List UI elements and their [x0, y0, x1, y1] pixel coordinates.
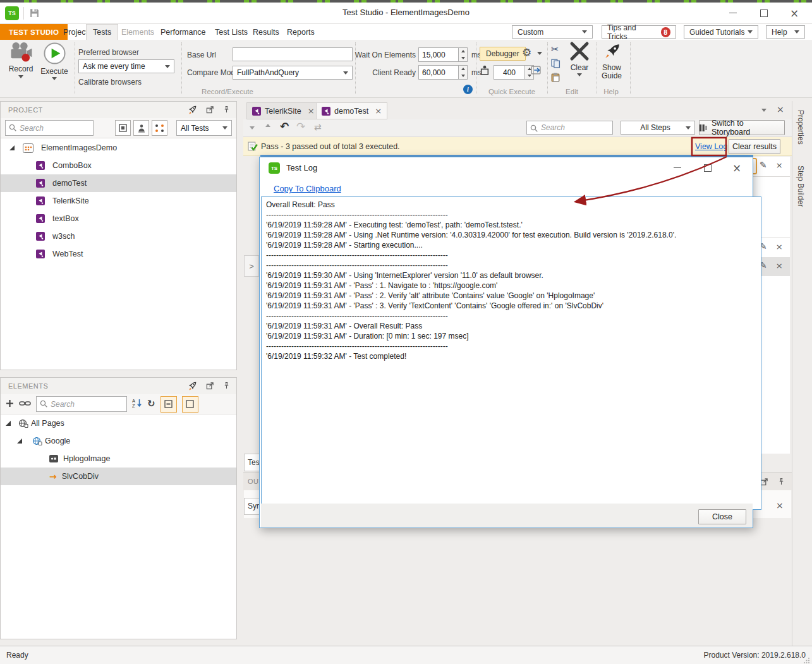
dock-tab-properties[interactable]: Properties	[796, 104, 805, 150]
pin-icon[interactable]	[778, 478, 785, 487]
panel-menu-icon[interactable]	[761, 109, 767, 112]
compact-view-toggle[interactable]	[161, 396, 177, 413]
project-filter-dropdown[interactable]: All Tests	[176, 120, 232, 136]
clear-button[interactable]: Clear	[565, 41, 594, 76]
close-tab-icon[interactable]: ×	[308, 106, 315, 116]
view-log-link[interactable]: View Log	[695, 142, 727, 151]
resize-grip[interactable]	[804, 657, 810, 663]
empty-view-toggle[interactable]	[182, 396, 198, 413]
delete-step-icon[interactable]: ×	[776, 161, 783, 169]
edit-step-icon[interactable]: ✎	[760, 160, 767, 169]
copy-icon[interactable]	[551, 59, 561, 70]
clear-results-button[interactable]: Clear results	[729, 139, 780, 154]
pin-icon[interactable]	[223, 106, 230, 115]
cut-icon[interactable]: ✂	[551, 45, 559, 54]
delete-step-icon[interactable]: ×	[776, 262, 783, 270]
maximize-button[interactable]	[753, 5, 775, 21]
compare-mode-dropdown[interactable]: FullPathAndQuery	[233, 66, 353, 80]
collapse-all-button[interactable]	[115, 120, 131, 136]
execute-button[interactable]: Execute	[38, 42, 71, 80]
wait-on-elements-value[interactable]: 15,000	[418, 47, 459, 62]
tree-item-hplogoimage[interactable]: HplogoImage	[1, 450, 236, 468]
info-icon[interactable]: i	[463, 85, 473, 94]
guided-tutorials-dropdown[interactable]: Guided Tutorials	[684, 25, 758, 39]
move-down-icon[interactable]	[250, 126, 255, 130]
doc-tab-teleriksite[interactable]: TelerikSite ×	[246, 102, 320, 119]
popout-icon[interactable]	[206, 382, 214, 391]
move-up-icon[interactable]	[265, 124, 270, 127]
tree-item-test[interactable]: TelerikSite	[1, 192, 236, 210]
spinner-buttons[interactable]	[459, 65, 468, 80]
tab-results[interactable]: Results	[246, 24, 286, 40]
pin-icon[interactable]	[223, 382, 230, 391]
project-search[interactable]	[5, 120, 94, 136]
expander-icon[interactable]	[17, 438, 22, 444]
wait-on-elements-stepper[interactable]: 15,000 ms	[418, 47, 482, 62]
sort-az-button[interactable]: AZ	[132, 398, 142, 410]
quick-execute-stepper[interactable]: 400	[494, 65, 534, 80]
client-ready-stepper[interactable]: 60,000 ms	[418, 65, 482, 80]
group-by-button[interactable]	[152, 120, 167, 136]
calibrate-browsers-link[interactable]: Calibrate browsers	[78, 78, 142, 87]
expander-icon[interactable]	[6, 421, 11, 426]
elements-search-input[interactable]	[37, 397, 126, 411]
quick-execute-value[interactable]: 400	[494, 65, 525, 80]
paste-icon[interactable]	[551, 73, 560, 84]
tree-item-google-page[interactable]: Google	[1, 432, 236, 450]
close-output-icon[interactable]: ×	[776, 501, 784, 510]
dialog-minimize-button[interactable]	[667, 160, 688, 176]
output-tab-partial[interactable]: Syn	[244, 498, 261, 515]
tips-and-tricks-button[interactable]: Tips and Tricks 8	[602, 25, 676, 39]
custom-profile-dropdown[interactable]: Custom	[512, 25, 593, 39]
close-button[interactable]: ×	[784, 5, 805, 21]
steps-search[interactable]	[526, 121, 613, 135]
close-tab-icon[interactable]: ×	[375, 106, 382, 116]
steps-filter-dropdown[interactable]: All Steps	[621, 121, 695, 135]
dialog-close-button[interactable]: ×	[726, 160, 748, 176]
expander-icon[interactable]	[9, 145, 15, 150]
rocket-icon[interactable]	[188, 105, 197, 116]
dialog-maximize-button[interactable]	[697, 160, 718, 176]
tree-item-test-selected[interactable]: demoTest	[1, 174, 236, 192]
tree-item-project-root[interactable]: ElementImagesDemo	[1, 139, 236, 157]
record-button[interactable]: Record	[6, 42, 35, 78]
run-in-browser-icon[interactable]	[531, 66, 542, 76]
browser-instances-icon[interactable]	[480, 65, 489, 77]
chevron-down-icon[interactable]	[537, 52, 542, 55]
show-guide-button[interactable]: Show Guide	[598, 41, 626, 80]
bottom-tab-partial[interactable]: Test	[244, 454, 260, 471]
copy-to-clipboard-link[interactable]: Copy To Clipboard	[274, 184, 341, 193]
switch-to-storyboard-button[interactable]: Switch to Storyboard	[699, 120, 785, 135]
expand-sidebar-button[interactable]: >	[244, 255, 259, 277]
tree-item-test[interactable]: WebTest	[1, 245, 236, 263]
tab-tests[interactable]: Tests	[86, 24, 118, 40]
steps-search-input[interactable]	[527, 121, 612, 134]
client-ready-value[interactable]: 60,000	[418, 65, 459, 80]
gear-icon[interactable]: ⚙	[522, 47, 531, 58]
tab-performance[interactable]: Performance	[154, 24, 212, 40]
spinner-buttons[interactable]	[459, 47, 468, 62]
redo-icon[interactable]: ↷	[296, 121, 305, 132]
help-dropdown[interactable]: Help	[766, 25, 805, 39]
project-search-input[interactable]	[6, 121, 93, 135]
tree-item-test[interactable]: ComboBox	[1, 157, 236, 174]
minimize-button[interactable]	[722, 5, 744, 21]
tree-item-test[interactable]: textBox	[1, 210, 236, 227]
dialog-close-action-button[interactable]: Close	[698, 509, 746, 524]
rocket-icon[interactable]	[188, 381, 197, 392]
undo-icon[interactable]: ↶	[280, 121, 289, 132]
close-panel-icon[interactable]: ×	[777, 105, 784, 114]
link-element-button[interactable]	[19, 400, 31, 409]
reorder-steps-icon[interactable]: ⇄	[314, 123, 322, 131]
base-url-input[interactable]	[233, 47, 353, 61]
add-element-button[interactable]	[6, 399, 14, 409]
tab-reports[interactable]: Reports	[281, 24, 321, 40]
tree-item-all-pages[interactable]: All Pages	[1, 414, 236, 432]
popout-icon[interactable]	[206, 106, 214, 115]
doc-tab-demotest[interactable]: demoTest ×	[316, 102, 387, 119]
delete-step-icon[interactable]: ×	[776, 243, 783, 251]
dock-tab-step-builder[interactable]: Step Builder	[796, 158, 805, 215]
tree-item-slvcobdiv-selected[interactable]: → SlvCobDiv	[1, 468, 236, 485]
elements-search[interactable]	[36, 396, 127, 412]
debugger-toggle-button[interactable]: Debugger	[480, 47, 526, 61]
